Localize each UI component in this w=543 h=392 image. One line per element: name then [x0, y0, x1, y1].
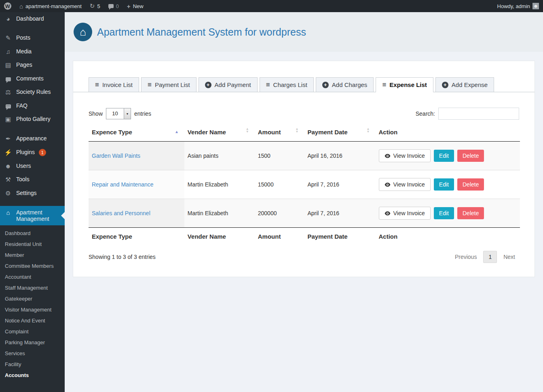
edit-button[interactable]: Edit — [434, 178, 454, 191]
apartment-management-submenu: DashboardResidential UnitMemberCommittee… — [0, 225, 65, 381]
sidebar-item-photo-gallery[interactable]: ▣Photo Gallery — [0, 112, 65, 126]
column-header-amount[interactable]: Amount▲▼ — [255, 123, 304, 142]
updates-indicator[interactable]: ↻ 5 — [86, 0, 104, 12]
delete-button[interactable]: Delete — [457, 207, 484, 219]
list-icon: ≡ — [95, 81, 99, 88]
wordpress-menu[interactable]: W — [0, 0, 15, 12]
tab-label: Add Expense — [452, 81, 488, 88]
tab-expense-list[interactable]: ≡Expense List — [376, 77, 433, 92]
page-size-select[interactable]: 10 ▼ — [106, 108, 131, 119]
select-arrow-icon: ▼ — [124, 108, 131, 119]
sidebar-item-plugins[interactable]: ⚡Plugins1 — [0, 146, 65, 159]
expense-table: Expence Type▲Vender Name▲▼Amount▲▼Paymen… — [89, 123, 520, 245]
dashboard-icon: ◕ — [4, 15, 12, 22]
tab-add-expense[interactable]: +Add Expense — [435, 77, 494, 92]
sidebar-item-comments[interactable]: Comments — [0, 72, 65, 85]
media-icon: ♫ — [4, 48, 12, 55]
submenu-item-visitor-management[interactable]: Visitor Management — [0, 304, 65, 315]
next-page-button[interactable]: Next — [499, 251, 519, 263]
sidebar-item-tools[interactable]: ⚒Tools — [0, 173, 65, 186]
sidebar-item-label: Apartment Management — [16, 209, 61, 222]
column-header-payment-date[interactable]: Payment Date▲▼ — [304, 123, 375, 142]
show-label: Show — [89, 110, 103, 117]
sidebar-item-society-rules[interactable]: ⚖Society Rules — [0, 85, 65, 99]
comment-bubble-icon — [108, 4, 114, 8]
payment-date-cell: April 7, 2016 — [304, 199, 375, 228]
edit-button[interactable]: Edit — [434, 207, 454, 219]
sidebar-item-label: Pages — [16, 61, 32, 68]
footer-column-vender-name: Vender Name — [184, 228, 255, 246]
sidebar-item-media[interactable]: ♫Media — [0, 45, 65, 58]
new-content-button[interactable]: + New — [123, 0, 148, 12]
amount-cell: 1500 — [255, 142, 304, 170]
submenu-item-member[interactable]: Member — [0, 250, 65, 261]
sidebar-item-label: Plugins — [16, 149, 35, 155]
action-cell: View InvoiceEditDelete — [376, 142, 520, 170]
eye-icon — [385, 182, 391, 187]
previous-page-button[interactable]: Previous — [451, 251, 481, 263]
sort-icon: ▲▼ — [367, 127, 370, 133]
pages-icon: ▤ — [4, 61, 12, 69]
submenu-item-gatekeeper[interactable]: Gatekeeper — [0, 293, 65, 304]
delete-button[interactable]: Delete — [457, 178, 484, 191]
submenu-item-services[interactable]: Services — [0, 348, 65, 359]
page-1-button[interactable]: 1 — [483, 251, 497, 263]
new-label: New — [133, 3, 144, 9]
posts-icon: ✎ — [4, 34, 12, 42]
plugins-icon: ⚡ — [4, 149, 12, 156]
plugin-logo-icon: ⌂ — [74, 23, 92, 41]
tab-add-payment[interactable]: +Add Payment — [199, 77, 258, 92]
submenu-item-accountant[interactable]: Accountant — [0, 271, 65, 282]
vender-name-cell: Martin Elizabeth — [184, 199, 255, 228]
submenu-item-facility[interactable]: Facility — [0, 359, 65, 370]
submenu-item-notice-and-event[interactable]: Notice And Event — [0, 315, 65, 326]
sidebar-item-pages[interactable]: ▤Pages — [0, 58, 65, 72]
sidebar-item-posts[interactable]: ✎Posts — [0, 31, 65, 45]
list-icon: ≡ — [148, 81, 152, 88]
sidebar-item-faq[interactable]: ···FAQ — [0, 99, 65, 112]
expense-type-link[interactable]: Repair and Maintenance — [92, 181, 154, 188]
view-invoice-button[interactable]: View Invoice — [379, 149, 431, 162]
expence-type-cell: Repair and Maintenance — [89, 170, 184, 199]
tab-add-charges[interactable]: +Add Charges — [316, 77, 374, 92]
view-invoice-button[interactable]: View Invoice — [379, 178, 431, 191]
vender-name-cell: Martin Elizabeth — [184, 170, 255, 199]
plugin-header: ⌂ Apartment Management System for wordpr… — [65, 12, 543, 52]
tab-charges-list[interactable]: ≡Charges List — [260, 77, 314, 92]
sidebar-item-users[interactable]: ☻Users — [0, 159, 65, 173]
comments-indicator[interactable]: 0 — [104, 0, 123, 12]
submenu-item-staff-management[interactable]: Staff Management — [0, 282, 65, 293]
submenu-item-committee-members[interactable]: Committee Members — [0, 261, 65, 271]
plugins-count-badge: 1 — [39, 149, 46, 156]
sidebar-item-dashboard[interactable]: ◕Dashboard — [0, 12, 65, 25]
admin-bar: W ⌂ apartment-management ↻ 5 0 + New How… — [0, 0, 543, 12]
submenu-item-dashboard[interactable]: Dashboard — [0, 228, 65, 239]
users-icon: ☻ — [4, 163, 12, 170]
submenu-item-parking-manager[interactable]: Parking Manager — [0, 337, 65, 348]
list-icon: ≡ — [382, 81, 386, 88]
column-header-expence-type[interactable]: Expence Type▲ — [89, 123, 184, 142]
expense-type-link[interactable]: Salaries and Personnel — [92, 210, 150, 216]
tab-label: Expense List — [389, 81, 427, 88]
vender-name-cell: Asian paints — [184, 142, 255, 170]
edit-button[interactable]: Edit — [434, 150, 454, 162]
page-title: Apartment Management System for wordpres… — [97, 26, 306, 38]
tab-invoice-list[interactable]: ≡Invoice List — [89, 77, 139, 92]
column-header-vender-name[interactable]: Vender Name▲▼ — [184, 123, 255, 142]
site-name-link[interactable]: ⌂ apartment-management — [15, 0, 86, 12]
delete-button[interactable]: Delete — [457, 150, 484, 162]
submenu-item-complaint[interactable]: Complaint — [0, 326, 65, 337]
sidebar-item-apartment-management[interactable]: ⌂Apartment Management — [0, 206, 65, 225]
column-header-action: Action — [376, 123, 520, 142]
submenu-item-residential-unit[interactable]: Residential Unit — [0, 239, 65, 250]
account-menu[interactable]: Howdy, admin ☻ — [493, 0, 543, 12]
submenu-item-accounts[interactable]: Accounts — [0, 370, 65, 381]
view-invoice-button[interactable]: View Invoice — [379, 207, 431, 220]
table-row: Garden Wall PaintsAsian paints1500April … — [89, 142, 520, 170]
expense-type-link[interactable]: Garden Wall Paints — [92, 153, 140, 159]
apartment-icon: ⌂ — [4, 209, 12, 216]
search-input[interactable] — [438, 108, 519, 120]
sidebar-item-appearance[interactable]: ✒Appearance — [0, 132, 65, 146]
tab-payment-list[interactable]: ≡Payment List — [141, 77, 196, 92]
sidebar-item-settings[interactable]: ⚙Settings — [0, 186, 65, 200]
